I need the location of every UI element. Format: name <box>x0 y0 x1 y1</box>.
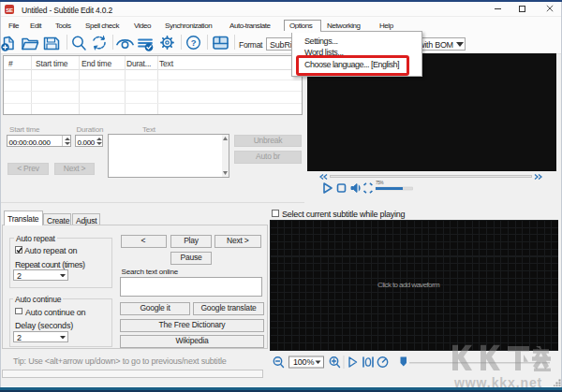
svg-text:?: ? <box>191 37 197 48</box>
svg-text:www.kkx.net: www.kkx.net <box>453 375 542 390</box>
svg-text:75%: 75% <box>376 181 384 185</box>
svg-text:100%: 100% <box>293 357 314 367</box>
svg-text:SE: SE <box>6 7 13 13</box>
